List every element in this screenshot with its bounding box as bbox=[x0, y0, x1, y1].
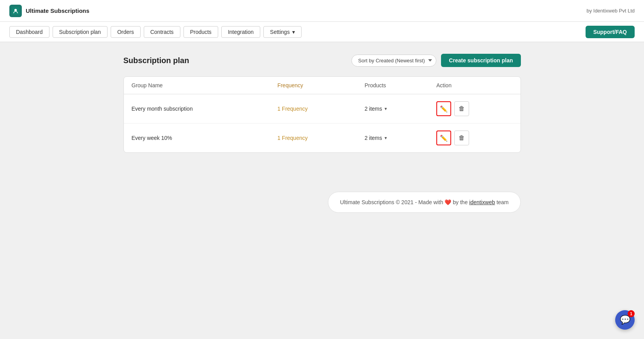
row2-group-name: Every week 10% bbox=[124, 124, 270, 153]
row2-frequency: 1 Frequency bbox=[270, 124, 357, 153]
items-dropdown-icon[interactable]: ▾ bbox=[385, 106, 387, 111]
app-byline: by Identixweb Pvt Ltd bbox=[586, 8, 635, 14]
row2-action: ✏️ 🗑 bbox=[429, 124, 520, 153]
row1-frequency: 1 Frequency bbox=[270, 94, 357, 124]
trash-icon: 🗑 bbox=[459, 134, 465, 141]
row2-products: 2 items ▾ bbox=[357, 124, 429, 153]
col-products: Products bbox=[357, 77, 429, 94]
delete-button-row1[interactable]: 🗑 bbox=[454, 101, 469, 116]
page-header-right: Sort by Created (Newest first) Create su… bbox=[351, 54, 520, 67]
row1-action: ✏️ 🗑 bbox=[429, 94, 520, 124]
col-frequency: Frequency bbox=[270, 77, 357, 94]
delete-button-row2[interactable]: 🗑 bbox=[454, 131, 469, 145]
nav-settings[interactable]: Settings ▾ bbox=[263, 26, 302, 38]
nav-subscription-plan[interactable]: Subscription plan bbox=[53, 26, 108, 38]
col-action: Action bbox=[429, 77, 520, 94]
table-header: Group Name Frequency Products Action bbox=[124, 77, 520, 94]
table-row: Every month subscription 1 Frequency 2 i… bbox=[124, 94, 520, 124]
nav-bar: Dashboard Subscription plan Orders Contr… bbox=[0, 22, 644, 42]
row1-products: 2 items ▾ bbox=[357, 94, 429, 124]
table-row: Every week 10% 1 Frequency 2 items ▾ bbox=[124, 124, 520, 153]
chat-bubble[interactable]: 💬 1 bbox=[615, 310, 635, 330]
nav-contracts[interactable]: Contracts bbox=[144, 26, 180, 38]
support-faq-button[interactable]: Support/FAQ bbox=[586, 26, 635, 38]
nav-items: Dashboard Subscription plan Orders Contr… bbox=[9, 26, 302, 38]
trash-icon: 🗑 bbox=[459, 105, 465, 112]
page-title: Subscription plan bbox=[124, 56, 189, 65]
row1-group-name: Every month subscription bbox=[124, 94, 270, 124]
edit-button-row2[interactable]: ✏️ bbox=[436, 131, 451, 145]
nav-orders[interactable]: Orders bbox=[111, 26, 141, 38]
app-header: Ultimate Subscriptions by Identixweb Pvt… bbox=[0, 0, 644, 22]
page-header: Subscription plan Sort by Created (Newes… bbox=[124, 54, 521, 67]
app-logo bbox=[9, 5, 22, 17]
edit-icon: ✏️ bbox=[440, 105, 448, 113]
edit-button-row1[interactable]: ✏️ bbox=[436, 101, 451, 116]
edit-icon: ✏️ bbox=[440, 134, 448, 142]
sort-select[interactable]: Sort by Created (Newest first) bbox=[351, 55, 436, 67]
create-subscription-plan-button[interactable]: Create subscription plan bbox=[441, 54, 520, 67]
table-body: Every month subscription 1 Frequency 2 i… bbox=[124, 94, 520, 153]
col-group-name: Group Name bbox=[124, 77, 270, 94]
nav-dashboard[interactable]: Dashboard bbox=[9, 26, 49, 38]
heart-icon: ❤️ bbox=[445, 199, 453, 205]
chevron-down-icon: ▾ bbox=[292, 29, 295, 35]
main-content: Subscription plan Sort by Created (Newes… bbox=[108, 42, 536, 224]
table: Group Name Frequency Products Action Eve… bbox=[124, 77, 520, 152]
nav-integration[interactable]: Integration bbox=[221, 26, 260, 38]
chat-badge: 1 bbox=[628, 310, 635, 317]
footer: Ultimate Subscriptions © 2021 - Made wit… bbox=[328, 192, 521, 213]
items-dropdown-icon[interactable]: ▾ bbox=[385, 135, 387, 141]
app-title: Ultimate Subscriptions bbox=[26, 7, 89, 14]
header-left: Ultimate Subscriptions bbox=[9, 5, 89, 17]
identixweb-link[interactable]: identixweb bbox=[469, 199, 495, 205]
svg-point-1 bbox=[14, 9, 17, 11]
subscription-table: Group Name Frequency Products Action Eve… bbox=[124, 76, 521, 153]
nav-products[interactable]: Products bbox=[183, 26, 218, 38]
